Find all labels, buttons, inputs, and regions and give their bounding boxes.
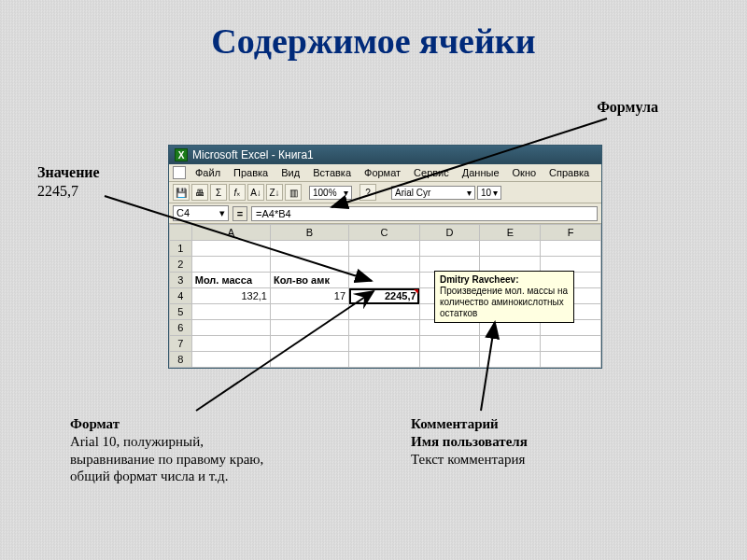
sum-icon[interactable]: Σ bbox=[210, 184, 227, 201]
menu-help[interactable]: Справка bbox=[543, 166, 595, 179]
label-comment-l1: Имя пользователя bbox=[411, 434, 528, 449]
menu-view[interactable]: Вид bbox=[275, 166, 305, 179]
excel-toolbar: 💾 🖶 Σ fₓ A↓ Z↓ ▥ 100%▾ ? Arial Cyr▾ 10▾ bbox=[169, 182, 601, 203]
excel-titlebar: X Microsoft Excel - Книга1 bbox=[169, 146, 601, 164]
label-format-title: Формат bbox=[70, 416, 120, 431]
menu-window[interactable]: Окно bbox=[507, 166, 543, 179]
comment-text: Произведение мол. массы на количество ам… bbox=[440, 286, 568, 318]
row-header-7[interactable]: 7 bbox=[170, 336, 192, 352]
col-header-A[interactable]: A bbox=[191, 225, 270, 241]
page-title: Содержимое ячейки bbox=[0, 21, 747, 62]
col-header-F[interactable]: F bbox=[541, 225, 601, 241]
label-formula: Формула bbox=[597, 98, 658, 117]
chevron-down-icon: ▾ bbox=[344, 188, 348, 198]
menu-tools[interactable]: Сервис bbox=[408, 166, 455, 179]
sort-desc-icon[interactable]: Z↓ bbox=[266, 184, 283, 201]
label-comment-title: Комментарий bbox=[411, 416, 499, 431]
chevron-down-icon: ▾ bbox=[219, 207, 225, 219]
menu-format[interactable]: Формат bbox=[359, 166, 406, 179]
name-box[interactable]: C4▾ bbox=[173, 205, 229, 221]
menu-edit[interactable]: Правка bbox=[228, 166, 274, 179]
chart-icon[interactable]: ▥ bbox=[285, 184, 302, 201]
help-icon[interactable]: ? bbox=[359, 184, 376, 201]
cell-C4[interactable]: 2245,7 bbox=[349, 288, 420, 304]
col-header-B[interactable]: B bbox=[270, 225, 348, 241]
equals-button[interactable]: = bbox=[233, 206, 247, 221]
label-comment: Комментарий Имя пользователя Текст комме… bbox=[411, 415, 616, 468]
font-select[interactable]: Arial Cyr▾ bbox=[391, 186, 475, 200]
menu-data[interactable]: Данные bbox=[457, 166, 505, 179]
row-header-6[interactable]: 6 bbox=[170, 320, 192, 336]
cell-A4[interactable]: 132,1 bbox=[191, 288, 270, 304]
cell-A3[interactable]: Мол. масса bbox=[191, 273, 270, 288]
cell-comment-tooltip: Dmitry Ravcheev: Произведение мол. массы… bbox=[434, 271, 574, 323]
fx-icon[interactable]: fₓ bbox=[229, 184, 246, 201]
label-value-number: 2245,7 bbox=[37, 183, 78, 199]
col-header-C[interactable]: C bbox=[349, 225, 420, 241]
cell-B4[interactable]: 17 bbox=[270, 288, 348, 304]
sort-asc-icon[interactable]: A↓ bbox=[247, 184, 264, 201]
comment-author: Dmitry Ravcheev: bbox=[440, 274, 518, 285]
label-format-text: Arial 10, полужирный, выравнивание по пр… bbox=[70, 434, 263, 484]
select-all-cell[interactable] bbox=[170, 225, 192, 241]
excel-window-title: Microsoft Excel - Книга1 bbox=[192, 148, 314, 161]
row-header-4[interactable]: 4 bbox=[170, 288, 192, 304]
col-header-E[interactable]: E bbox=[480, 225, 541, 241]
menu-insert[interactable]: Вставка bbox=[307, 166, 357, 179]
label-format: Формат Arial 10, полужирный, выравнивани… bbox=[70, 415, 313, 485]
excel-window: X Microsoft Excel - Книга1 Файл Правка В… bbox=[168, 145, 602, 369]
label-comment-l2: Текст комментария bbox=[411, 452, 525, 467]
zoom-select[interactable]: 100%▾ bbox=[309, 186, 352, 200]
fontsize-select[interactable]: 10▾ bbox=[477, 186, 501, 200]
menu-file[interactable]: Файл bbox=[190, 166, 226, 179]
chevron-down-icon: ▾ bbox=[493, 188, 498, 198]
label-value: Значение 2245,7 bbox=[37, 163, 149, 201]
label-value-title: Значение bbox=[37, 164, 100, 180]
print-icon[interactable]: 🖶 bbox=[191, 184, 208, 201]
row-header-3[interactable]: 3 bbox=[170, 273, 192, 288]
chevron-down-icon: ▾ bbox=[467, 188, 472, 198]
formula-bar: C4▾ = =A4*B4 bbox=[169, 203, 601, 224]
row-header-8[interactable]: 8 bbox=[170, 352, 192, 368]
excel-menubar: Файл Правка Вид Вставка Формат Сервис Да… bbox=[169, 164, 601, 182]
save-icon[interactable]: 💾 bbox=[173, 184, 190, 201]
document-icon bbox=[173, 166, 186, 179]
row-header-2[interactable]: 2 bbox=[170, 257, 192, 273]
row-header-1[interactable]: 1 bbox=[170, 241, 192, 257]
row-header-5[interactable]: 5 bbox=[170, 304, 192, 320]
formula-input[interactable]: =A4*B4 bbox=[251, 206, 598, 221]
cell-B3[interactable]: Кол-во амк bbox=[270, 273, 348, 288]
col-header-D[interactable]: D bbox=[419, 225, 480, 241]
excel-app-icon: X bbox=[175, 148, 188, 161]
